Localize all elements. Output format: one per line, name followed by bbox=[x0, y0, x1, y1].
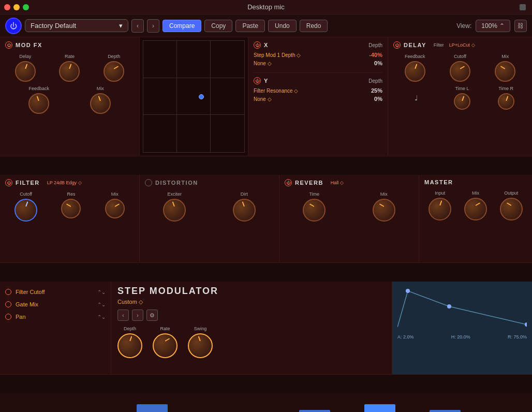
env-attack-dot[interactable] bbox=[406, 289, 410, 293]
reverb-type[interactable]: Hall ◇ bbox=[331, 180, 344, 185]
dest-pan-power[interactable] bbox=[5, 314, 11, 320]
delay-power[interactable]: ⏻ bbox=[393, 41, 401, 49]
dest-item-pan[interactable]: Pan ⌃⌄ bbox=[0, 311, 111, 323]
filter-mix-knob[interactable] bbox=[105, 199, 125, 218]
x-none-label[interactable]: None ◇ bbox=[254, 61, 272, 66]
distortion-dirt-knob[interactable] bbox=[233, 199, 256, 222]
delay-filter-label: Filter bbox=[434, 42, 444, 48]
step-swing-col: Swing bbox=[188, 326, 213, 358]
y-mod-power[interactable]: ⏻ bbox=[254, 77, 261, 84]
mod-fx-depth-knob-container: Depth bbox=[104, 54, 124, 82]
zoom-control[interactable]: 100% ⌃ bbox=[476, 20, 510, 32]
undo-button[interactable]: Undo bbox=[268, 20, 297, 32]
dest-item-filter-cutoff[interactable]: Filter Cutoff ⌃⌄ bbox=[0, 286, 111, 298]
dest-pan-arrow: ⌃⌄ bbox=[97, 314, 106, 320]
dest-filter-cutoff-arrow: ⌃⌄ bbox=[97, 289, 106, 295]
step-swing-knob[interactable] bbox=[188, 333, 213, 358]
mod-fx-delay-knob[interactable] bbox=[15, 61, 36, 82]
step-bar-12[interactable] bbox=[364, 404, 395, 412]
delay-cutoff-label: Cutoff bbox=[454, 54, 466, 59]
traffic-lights bbox=[4, 4, 29, 10]
copy-button[interactable]: Copy bbox=[204, 20, 232, 32]
dest-gate-mix-power[interactable] bbox=[5, 301, 11, 307]
distortion-power[interactable] bbox=[145, 179, 152, 186]
paste-button[interactable]: Paste bbox=[235, 20, 265, 32]
step-prev-btn[interactable]: ‹ bbox=[117, 310, 129, 321]
envelope-svg bbox=[397, 286, 527, 332]
reverb-time-knob[interactable] bbox=[303, 199, 326, 222]
zoom-value: 100% bbox=[481, 22, 497, 30]
nav-back-button[interactable]: ‹ bbox=[131, 19, 144, 33]
y-filter-value: 25% bbox=[371, 87, 382, 94]
y-filter-label[interactable]: Filter Resonance ◇ bbox=[254, 88, 298, 94]
step-next-btn[interactable]: › bbox=[132, 310, 143, 321]
x-none-value: 0% bbox=[374, 60, 382, 66]
reverb-mix-knob[interactable] bbox=[373, 199, 395, 222]
mod-fx-header: ⏻ MOD FX bbox=[5, 41, 134, 49]
distortion-dirt-container: Dirt bbox=[233, 192, 256, 222]
step-depth-knob[interactable] bbox=[117, 333, 142, 358]
mod-fx-feedback-knob[interactable] bbox=[28, 93, 49, 114]
step-swing-label: Swing bbox=[194, 326, 207, 331]
filter-res-knob[interactable] bbox=[61, 199, 81, 218]
maximize-button[interactable] bbox=[23, 4, 29, 10]
env-a-value: 2.0% bbox=[403, 334, 414, 340]
dest-gate-mix-label: Gate Mix bbox=[16, 301, 97, 307]
x-step-mod-label[interactable]: Step Mod 1 Depth ◇ bbox=[254, 52, 301, 58]
delay-feedback-knob[interactable] bbox=[405, 61, 425, 82]
step-bar-10[interactable] bbox=[299, 410, 330, 412]
y-none-label[interactable]: None ◇ bbox=[254, 96, 272, 102]
filter-title: FILTER bbox=[16, 180, 40, 186]
step-bar-14[interactable] bbox=[430, 410, 461, 412]
mod-fx-power[interactable]: ⏻ bbox=[5, 41, 12, 49]
filter-cutoff-knob[interactable] bbox=[14, 199, 37, 222]
master-input-knob[interactable] bbox=[428, 198, 451, 220]
mod-fx-mix-knob[interactable] bbox=[90, 93, 111, 114]
env-hold-dot[interactable] bbox=[447, 304, 451, 308]
step-gear-btn[interactable]: ⚙ bbox=[146, 310, 158, 321]
delay-timel-knob[interactable] bbox=[454, 93, 470, 110]
master-panel: MASTER Input Mix Output bbox=[419, 175, 532, 262]
redo-button[interactable]: Redo bbox=[300, 20, 328, 32]
delay-feedback-label: Feedback bbox=[405, 54, 425, 59]
filter-power[interactable]: ⏻ bbox=[5, 179, 12, 186]
step-knobs: Depth Rate Swing bbox=[117, 326, 386, 358]
xy-pad[interactable] bbox=[143, 40, 245, 153]
delay-timer-knob[interactable] bbox=[498, 93, 514, 110]
link-icon[interactable]: ⛓ bbox=[514, 20, 527, 32]
x-mod-power[interactable]: ⏻ bbox=[254, 41, 261, 49]
compare-button[interactable]: Compare bbox=[162, 20, 201, 32]
xy-pad-panel bbox=[140, 37, 248, 156]
mod-fx-rate-label: Rate bbox=[65, 54, 75, 59]
step-seq-bars[interactable] bbox=[0, 393, 532, 412]
mod-fx-depth-knob[interactable] bbox=[104, 61, 124, 82]
dest-filter-cutoff-power[interactable] bbox=[5, 289, 11, 295]
power-button[interactable]: ⏻ bbox=[5, 18, 22, 34]
env-labels: A: 2.0% H: 20.0% R: 75.0% bbox=[397, 334, 527, 340]
delay-filter-value[interactable]: LP+LoCut ◇ bbox=[449, 42, 475, 48]
step-rate-knob[interactable] bbox=[153, 333, 178, 358]
preset-dropdown[interactable]: Factory Default ▾ bbox=[25, 19, 128, 32]
mod-fx-rate-knob[interactable] bbox=[59, 61, 80, 82]
filter-type[interactable]: LP 24dB Edgy ◇ bbox=[47, 180, 82, 185]
filter-res-container: Res bbox=[61, 192, 81, 222]
close-button[interactable] bbox=[4, 4, 10, 10]
delay-mix-container: Mix bbox=[495, 54, 515, 82]
y-mod-title: Y bbox=[264, 78, 268, 84]
dest-item-gate-mix[interactable]: Gate Mix ⌃⌄ bbox=[0, 298, 111, 311]
reverb-power[interactable]: ⏻ bbox=[285, 179, 292, 186]
step-bar-5[interactable] bbox=[137, 404, 168, 412]
window-control-right[interactable] bbox=[520, 4, 526, 10]
nav-forward-button[interactable]: › bbox=[147, 19, 159, 33]
master-output-container: Output bbox=[500, 190, 523, 220]
delay-mix-knob[interactable] bbox=[495, 61, 515, 82]
filter-header: ⏻ FILTER LP 24dB Edgy ◇ bbox=[5, 179, 134, 186]
minimize-button[interactable] bbox=[13, 4, 20, 10]
distortion-exciter-knob[interactable] bbox=[163, 199, 186, 222]
xy-cursor[interactable] bbox=[199, 94, 204, 99]
master-mix-knob[interactable] bbox=[464, 198, 487, 220]
delay-cutoff-knob[interactable] bbox=[450, 61, 470, 82]
step-mod-preset-label[interactable]: Custom ◇ bbox=[117, 299, 143, 305]
master-output-knob[interactable] bbox=[500, 198, 523, 220]
mod-fx-feedback-label: Feedback bbox=[28, 86, 49, 91]
